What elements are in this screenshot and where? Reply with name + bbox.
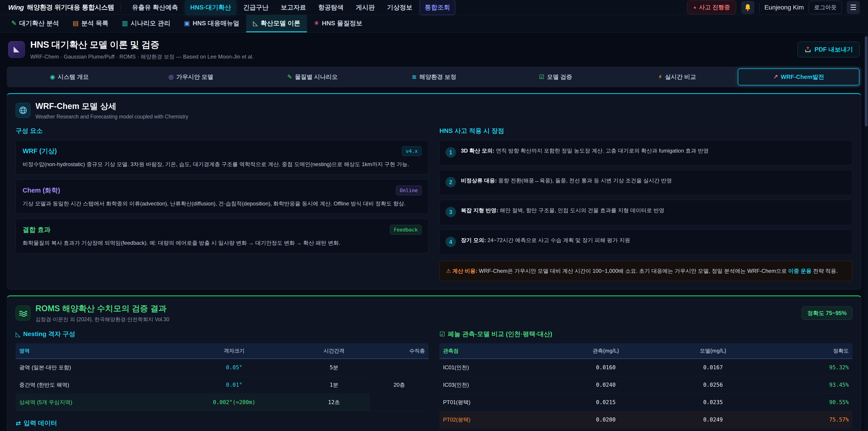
col-observed: 관측(mg/L) (552, 343, 659, 359)
subnav-item-analysis-list[interactable]: ▤ 분석 목록 (66, 15, 115, 32)
subnav-item-hns-substance-info[interactable]: ✳ HNS 물질정보 (307, 15, 369, 32)
component-description: 비정수압(non-hydrostatic) 중규모 기상 모델. 3차원 바람장… (23, 160, 422, 168)
advantage-desc: 연직 방향 확산까지 포함한 정밀 농도장 계산. 고층 대기로의 확산과 fu… (496, 148, 709, 154)
domain-name: 광역 (일본·대만 포함) (16, 359, 170, 376)
model-value: 0.0167 (659, 359, 767, 376)
table-row[interactable]: DS01(대산) 0.0040 0.0042 95.88% (439, 429, 852, 431)
domain-name: 상세역 (5개 우심지역) (16, 394, 170, 411)
component-card-top: 결합 효과 Feedback (23, 225, 422, 235)
subnav-item-dispersion-model-theory[interactable]: ◺ 확산모델 이론 (246, 15, 307, 32)
tab-gaussian-model[interactable]: ◎ 가우시안 모델 (130, 68, 252, 86)
table-row[interactable]: IC03(인천) 0.0240 0.0256 93.45% (439, 376, 852, 394)
nav-item-integrated-search[interactable]: 통합조회 (420, 0, 455, 15)
accuracy-badge: 정확도 75~95% (802, 306, 852, 320)
nav-item-board[interactable]: 게시판 (351, 0, 380, 15)
scrollbar-thumb[interactable] (865, 36, 868, 127)
nav-item-hns-air-dispersion[interactable]: HNS·대기확산 (185, 0, 236, 15)
pencil-icon: ✎ (287, 73, 292, 81)
bar-chart-icon: ▥ (122, 20, 128, 27)
table-header-row: 관측점 관측(mg/L) 모델(mg/L) 정확도 (439, 343, 852, 359)
subnav-item-scenario-management[interactable]: ▥ 시나리오 관리 (115, 15, 177, 32)
wrf-chem-detail-section: WRF-Chem 모델 상세 Weather Research and Fore… (7, 93, 861, 289)
advantage-item-long-term: 4 장기 모의: 24~72시간 예측으로 사고 수습 계획 및 장기 피해 평… (439, 229, 852, 255)
version-badge: v4.x (402, 146, 422, 156)
subnav-item-hns-response-manual[interactable]: ▣ HNS 대응매뉴얼 (177, 15, 246, 32)
component-card-chem: Chem (화학) Online 기상 모델과 동일한 시간 스텝에서 화학종의… (16, 180, 429, 214)
app-logo: Wing 해양환경 위기대응 통합시스템 (8, 3, 121, 12)
tab-system-overview[interactable]: ◉ 시스템 개요 (8, 68, 130, 86)
section-tab-bar: ◉ 시스템 개요 ◎ 가우시안 모델 ✎ 물질별 시나리오 ≋ 해양환경 보정 … (7, 67, 861, 87)
triangle-ruler-icon: ◺ (253, 20, 258, 27)
subnav-label: 확산모델 이론 (260, 19, 301, 28)
nav-item-reports[interactable]: 보고자료 (276, 0, 311, 15)
nav-item-emergency-rescue[interactable]: 긴급구난 (238, 0, 274, 15)
tab-label: 해양환경 보정 (419, 73, 456, 81)
globe-icon (19, 106, 28, 115)
table-row[interactable]: 중간역 (한반도 해역) 0.01° 1분 (16, 376, 429, 394)
logout-button[interactable]: 로그아웃 (809, 1, 842, 14)
time-step: 12초 (298, 394, 370, 411)
advantage-label: 비정상류 대응: (461, 177, 497, 184)
component-description: 화학물질의 복사 효과가 기상장에 되먹임(feedback). 예: 대량의 … (23, 239, 422, 247)
advantage-label: 3D 확산 모의: (461, 148, 494, 154)
notification-bell-button[interactable] (741, 1, 754, 14)
roms-two-columns: ◺ Nesting 격자 구성 영역 격자크기 시간간격 수직층 광역 (일본·… (16, 330, 852, 431)
advantage-text: 3D 확산 모의: 연직 방향 확산까지 포함한 정밀 농도장 계산. 고층 대… (461, 147, 709, 155)
nav-item-aerial-search[interactable]: 항공탐색 (313, 0, 348, 15)
observed-value: 0.0200 (552, 411, 659, 429)
spiral-icon: ◎ (168, 73, 174, 81)
pdf-export-button[interactable]: PDF 내보내기 (798, 41, 860, 57)
table-row[interactable]: IC01(인천) 0.0160 0.0167 95.32% (439, 359, 852, 376)
incident-status-badge[interactable]: ● 사고 진행중 (687, 0, 736, 14)
advantage-text: 장기 모의: 24~72시간 예측으로 사고 수습 계획 및 장기 피해 평가 … (461, 236, 630, 244)
clipboard-icon: ▤ (72, 20, 79, 27)
grid-size: 0.002°(≈200m) (170, 394, 298, 411)
nesting-heading-label: Nesting 격자 구성 (23, 330, 75, 338)
nav-item-weather-info[interactable]: 기상정보 (382, 0, 417, 15)
phenol-column: ☑ 페놀 관측-모델 비교 (인천·평택·대산) 관측점 관측(mg/L) 모델… (439, 330, 852, 431)
main-nav: 유출유 확산예측 HNS·대기확산 긴급구난 보고자료 항공탐색 게시판 기상정… (127, 0, 681, 15)
tab-wrf-chem-evolution[interactable]: ↗ WRF-Chem발전 (738, 68, 860, 86)
table-row[interactable]: 광역 (일본·대만 포함) 0.05° 5분 20층 (16, 359, 429, 376)
tab-substance-scenarios[interactable]: ✎ 물질별 시나리오 (252, 68, 373, 86)
export-icon (804, 46, 811, 53)
microscope-icon: ◉ (50, 73, 55, 81)
observed-value: 0.0040 (552, 429, 659, 431)
subnav-label: 시나리오 관리 (131, 19, 170, 28)
component-card-top: WRF (기상) v4.x (23, 146, 422, 156)
incident-dot-icon: ● (693, 4, 696, 10)
step-number: 2 (445, 177, 456, 187)
logo-wing-mark: Wing (8, 4, 24, 11)
menu-button[interactable]: ☰ (847, 1, 860, 14)
page-scrollbar[interactable] (864, 0, 868, 431)
header-divider (759, 3, 760, 12)
page-icon-tile (8, 41, 25, 58)
incident-label: 사고 진행중 (699, 3, 730, 11)
table-row-low-accuracy[interactable]: PT02(평택) 0.0200 0.0249 75.57% (439, 411, 852, 429)
tab-model-validation[interactable]: ☑ 모델 검증 (495, 68, 616, 86)
page-subtitle: WRF-Chem · Gaussian Plume/Puff · ROMS · … (30, 53, 792, 60)
nav-item-oil-spill[interactable]: 유출유 확산예측 (127, 0, 183, 15)
component-title: 결합 효과 (23, 225, 51, 235)
tab-marine-environment-correction[interactable]: ≋ 해양환경 보정 (373, 68, 495, 86)
station-id: PT01(평택) (439, 394, 552, 411)
nesting-column: ◺ Nesting 격자 구성 영역 격자크기 시간간격 수직층 광역 (일본·… (16, 330, 429, 431)
wave-icon: ≋ (412, 73, 417, 81)
tab-realtime-comparison[interactable]: ⚡ 실시간 비교 (616, 68, 738, 86)
subnav-label: 대기확산 분석 (19, 19, 59, 28)
pencil-icon: ✎ (11, 20, 17, 27)
book-icon: ▣ (184, 20, 190, 27)
roms-section-titles: ROMS 해양확산 수치모의 검증 결과 김창겸·이문진 외 (2024), 한… (35, 303, 169, 323)
subnav-label: 분석 목록 (81, 19, 108, 28)
vertical-layers: 20층 (370, 359, 429, 411)
inputs-heading-label: 입력 데이터 (24, 419, 57, 427)
table-row[interactable]: PT01(평택) 0.0215 0.0235 90.55% (439, 394, 852, 411)
top-header: Wing 해양환경 위기대응 통합시스템 유출유 확산예측 HNS·대기확산 긴… (0, 0, 868, 15)
subnav-item-air-dispersion-analysis[interactable]: ✎ 대기확산 분석 (4, 15, 66, 32)
table-row[interactable]: 상세역 (5개 우심지역) 0.002°(≈200m) 12초 (16, 394, 429, 411)
triangle-ruler-icon (12, 45, 21, 54)
step-number: 4 (445, 237, 456, 247)
rocket-icon: ↗ (773, 73, 778, 81)
wrf-section-subtitle: Weather Research and Forecasting model c… (35, 114, 188, 120)
app-title: 해양환경 위기대응 통합시스템 (27, 3, 114, 12)
